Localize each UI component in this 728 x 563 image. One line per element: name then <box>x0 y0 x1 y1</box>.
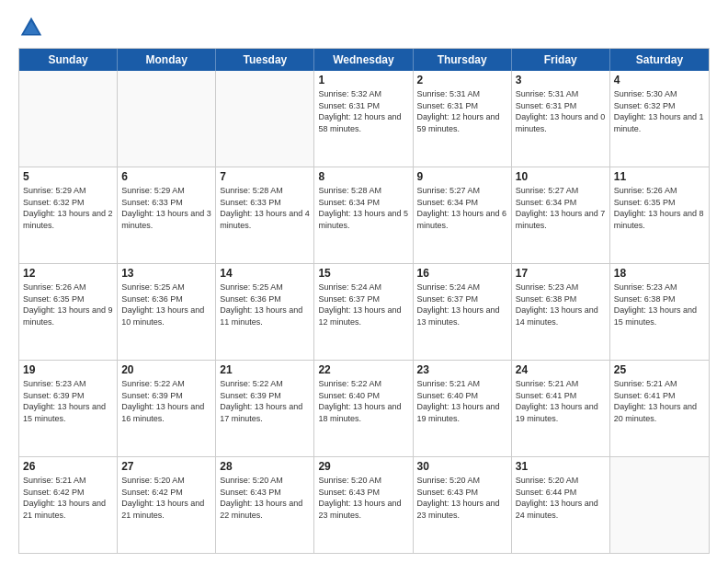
calendar-cell: 25Sunrise: 5:21 AMSunset: 6:41 PMDayligh… <box>610 361 709 456</box>
calendar-row: 19Sunrise: 5:23 AMSunset: 6:39 PMDayligh… <box>19 361 709 457</box>
calendar-cell <box>216 71 314 167</box>
day-number: 18 <box>614 267 705 280</box>
cell-info: Sunrise: 5:23 AMSunset: 6:38 PMDaylight:… <box>614 282 705 327</box>
calendar-row: 12Sunrise: 5:26 AMSunset: 6:35 PMDayligh… <box>19 264 709 361</box>
calendar-cell: 16Sunrise: 5:24 AMSunset: 6:37 PMDayligh… <box>414 264 512 360</box>
cell-info: Sunrise: 5:20 AMSunset: 6:44 PMDaylight:… <box>516 475 606 521</box>
day-number: 24 <box>516 363 606 376</box>
cell-info: Sunrise: 5:21 AMSunset: 6:41 PMDaylight:… <box>516 378 606 424</box>
day-number: 3 <box>516 74 606 86</box>
calendar-cell: 28Sunrise: 5:20 AMSunset: 6:43 PMDayligh… <box>216 457 314 553</box>
day-number: 11 <box>614 170 705 183</box>
calendar-cell: 5Sunrise: 5:29 AMSunset: 6:32 PMDaylight… <box>19 167 118 263</box>
day-number: 2 <box>417 74 507 86</box>
calendar-cell <box>118 71 216 167</box>
calendar-cell: 31Sunrise: 5:20 AMSunset: 6:44 PMDayligh… <box>512 457 610 553</box>
calendar: SundayMondayTuesdayWednesdayThursdayFrid… <box>18 48 710 554</box>
cell-info: Sunrise: 5:26 AMSunset: 6:35 PMDaylight:… <box>614 185 705 231</box>
cell-info: Sunrise: 5:21 AMSunset: 6:41 PMDaylight:… <box>614 378 705 424</box>
weekday-header: Monday <box>118 49 216 71</box>
calendar-cell: 30Sunrise: 5:20 AMSunset: 6:43 PMDayligh… <box>414 457 512 553</box>
calendar-row: 26Sunrise: 5:21 AMSunset: 6:42 PMDayligh… <box>19 457 709 553</box>
day-number: 21 <box>220 363 310 376</box>
logo-icon <box>18 15 44 40</box>
calendar-cell: 12Sunrise: 5:26 AMSunset: 6:35 PMDayligh… <box>19 264 118 360</box>
day-number: 6 <box>121 170 211 183</box>
logo <box>18 15 48 40</box>
day-number: 20 <box>121 363 211 376</box>
calendar-cell: 24Sunrise: 5:21 AMSunset: 6:41 PMDayligh… <box>512 361 610 456</box>
calendar-header: SundayMondayTuesdayWednesdayThursdayFrid… <box>19 49 709 71</box>
day-number: 5 <box>23 170 113 183</box>
cell-info: Sunrise: 5:32 AMSunset: 6:31 PMDaylight:… <box>318 88 408 134</box>
calendar-cell: 23Sunrise: 5:21 AMSunset: 6:40 PMDayligh… <box>414 361 512 456</box>
cell-info: Sunrise: 5:25 AMSunset: 6:36 PMDaylight:… <box>121 282 211 327</box>
weekday-header: Sunday <box>19 49 118 71</box>
cell-info: Sunrise: 5:21 AMSunset: 6:42 PMDaylight:… <box>23 475 113 521</box>
day-number: 30 <box>417 460 507 473</box>
cell-info: Sunrise: 5:30 AMSunset: 6:32 PMDaylight:… <box>614 88 705 134</box>
day-number: 22 <box>318 363 408 376</box>
calendar-cell: 15Sunrise: 5:24 AMSunset: 6:37 PMDayligh… <box>314 264 413 360</box>
weekday-header: Saturday <box>610 49 709 71</box>
day-number: 13 <box>121 267 211 280</box>
header <box>18 15 710 40</box>
calendar-cell: 10Sunrise: 5:27 AMSunset: 6:34 PMDayligh… <box>512 167 610 263</box>
day-number: 14 <box>220 267 310 280</box>
calendar-cell: 1Sunrise: 5:32 AMSunset: 6:31 PMDaylight… <box>314 71 413 167</box>
cell-info: Sunrise: 5:22 AMSunset: 6:39 PMDaylight:… <box>121 378 211 424</box>
day-number: 28 <box>220 460 310 473</box>
day-number: 27 <box>121 460 211 473</box>
calendar-body: 1Sunrise: 5:32 AMSunset: 6:31 PMDaylight… <box>19 71 709 553</box>
cell-info: Sunrise: 5:20 AMSunset: 6:43 PMDaylight:… <box>220 475 310 521</box>
calendar-cell <box>19 71 118 167</box>
calendar-cell <box>610 457 709 553</box>
calendar-cell: 29Sunrise: 5:20 AMSunset: 6:43 PMDayligh… <box>314 457 413 553</box>
calendar-cell: 6Sunrise: 5:29 AMSunset: 6:33 PMDaylight… <box>118 167 216 263</box>
cell-info: Sunrise: 5:21 AMSunset: 6:40 PMDaylight:… <box>417 378 507 424</box>
calendar-cell: 13Sunrise: 5:25 AMSunset: 6:36 PMDayligh… <box>118 264 216 360</box>
day-number: 23 <box>417 363 507 376</box>
cell-info: Sunrise: 5:25 AMSunset: 6:36 PMDaylight:… <box>220 282 310 327</box>
cell-info: Sunrise: 5:24 AMSunset: 6:37 PMDaylight:… <box>318 282 408 327</box>
calendar-cell: 22Sunrise: 5:22 AMSunset: 6:40 PMDayligh… <box>314 361 413 456</box>
calendar-cell: 18Sunrise: 5:23 AMSunset: 6:38 PMDayligh… <box>610 264 709 360</box>
weekday-header: Friday <box>512 49 610 71</box>
day-number: 26 <box>23 460 113 473</box>
calendar-cell: 4Sunrise: 5:30 AMSunset: 6:32 PMDaylight… <box>610 71 709 167</box>
cell-info: Sunrise: 5:29 AMSunset: 6:32 PMDaylight:… <box>23 185 113 231</box>
calendar-cell: 19Sunrise: 5:23 AMSunset: 6:39 PMDayligh… <box>19 361 118 456</box>
day-number: 25 <box>614 363 705 376</box>
day-number: 16 <box>417 267 507 280</box>
weekday-header: Tuesday <box>216 49 314 71</box>
calendar-cell: 27Sunrise: 5:20 AMSunset: 6:42 PMDayligh… <box>118 457 216 553</box>
calendar-cell: 14Sunrise: 5:25 AMSunset: 6:36 PMDayligh… <box>216 264 314 360</box>
cell-info: Sunrise: 5:22 AMSunset: 6:40 PMDaylight:… <box>318 378 408 424</box>
cell-info: Sunrise: 5:20 AMSunset: 6:43 PMDaylight:… <box>417 475 507 521</box>
day-number: 9 <box>417 170 507 183</box>
calendar-cell: 3Sunrise: 5:31 AMSunset: 6:31 PMDaylight… <box>512 71 610 167</box>
page: SundayMondayTuesdayWednesdayThursdayFrid… <box>0 0 728 563</box>
cell-info: Sunrise: 5:28 AMSunset: 6:33 PMDaylight:… <box>220 185 310 231</box>
cell-info: Sunrise: 5:20 AMSunset: 6:43 PMDaylight:… <box>318 475 408 521</box>
cell-info: Sunrise: 5:31 AMSunset: 6:31 PMDaylight:… <box>417 88 507 134</box>
calendar-cell: 8Sunrise: 5:28 AMSunset: 6:34 PMDaylight… <box>314 167 413 263</box>
cell-info: Sunrise: 5:27 AMSunset: 6:34 PMDaylight:… <box>516 185 606 231</box>
calendar-cell: 21Sunrise: 5:22 AMSunset: 6:39 PMDayligh… <box>216 361 314 456</box>
day-number: 7 <box>220 170 310 183</box>
day-number: 15 <box>318 267 408 280</box>
cell-info: Sunrise: 5:31 AMSunset: 6:31 PMDaylight:… <box>516 88 606 134</box>
day-number: 29 <box>318 460 408 473</box>
cell-info: Sunrise: 5:23 AMSunset: 6:39 PMDaylight:… <box>23 378 113 424</box>
cell-info: Sunrise: 5:28 AMSunset: 6:34 PMDaylight:… <box>318 185 408 231</box>
day-number: 17 <box>516 267 606 280</box>
day-number: 12 <box>23 267 113 280</box>
calendar-cell: 2Sunrise: 5:31 AMSunset: 6:31 PMDaylight… <box>414 71 512 167</box>
calendar-cell: 17Sunrise: 5:23 AMSunset: 6:38 PMDayligh… <box>512 264 610 360</box>
weekday-header: Wednesday <box>314 49 413 71</box>
calendar-cell: 20Sunrise: 5:22 AMSunset: 6:39 PMDayligh… <box>118 361 216 456</box>
calendar-row: 5Sunrise: 5:29 AMSunset: 6:32 PMDaylight… <box>19 167 709 264</box>
cell-info: Sunrise: 5:26 AMSunset: 6:35 PMDaylight:… <box>23 282 113 327</box>
day-number: 10 <box>516 170 606 183</box>
day-number: 31 <box>516 460 606 473</box>
